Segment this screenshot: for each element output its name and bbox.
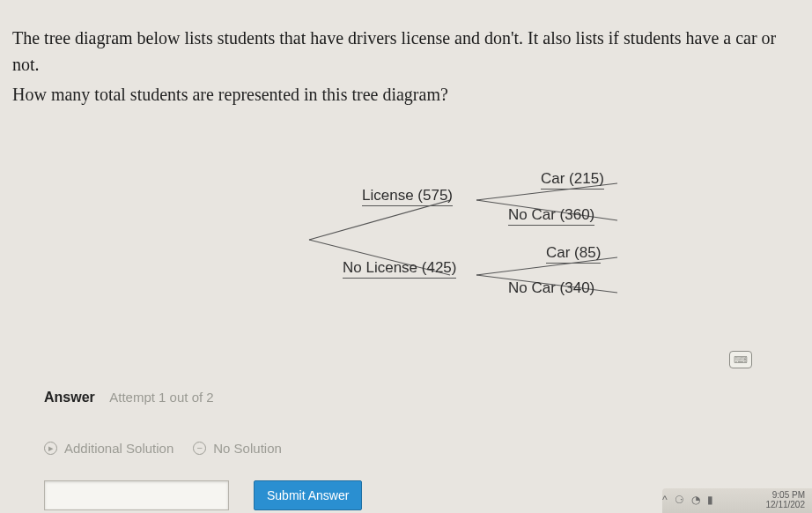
submit-answer-button[interactable]: Submit Answer [254, 480, 362, 510]
sound-icon[interactable]: ◔ [691, 494, 700, 506]
additional-solution-label: Additional Solution [64, 441, 173, 456]
answer-heading-row: Answer Attempt 1 out of 2 [12, 390, 800, 405]
attempt-label: Attempt 1 out of 2 [109, 390, 213, 405]
leaf-license-nocar: No Car (360) [508, 206, 594, 226]
no-solution-button[interactable]: − No Solution [193, 441, 282, 456]
no-solution-label: No Solution [213, 441, 282, 456]
wifi-icon[interactable]: ⚆ [675, 494, 684, 506]
plus-icon: ▸ [44, 442, 57, 455]
tree-diagram: License (575) No License (425) Car (215)… [98, 152, 714, 328]
tray-icons: ^ ⚆ ◔ ▮ [662, 494, 713, 506]
tree-svg [98, 152, 714, 328]
clock[interactable]: 9:05 PM 12/11/202 [766, 490, 806, 509]
minus-icon: − [193, 442, 206, 455]
clock-date: 12/11/202 [766, 500, 806, 509]
chevron-up-icon[interactable]: ^ [662, 494, 668, 506]
keyboard-icon[interactable]: ⌨ [729, 351, 752, 368]
branch-no-license: No License (425) [343, 259, 456, 279]
battery-icon[interactable]: ▮ [707, 494, 713, 506]
leaf-nolicense-nocar: No Car (340) [508, 279, 594, 297]
branch-license: License (575) [362, 187, 453, 206]
question-prompt: How many total students are represented … [12, 81, 800, 108]
clock-time: 9:05 PM [766, 490, 806, 500]
additional-solution-button[interactable]: ▸ Additional Solution [44, 441, 173, 456]
answer-input[interactable] [44, 480, 229, 510]
leaf-license-car: Car (215) [541, 170, 604, 190]
taskbar: ^ ⚆ ◔ ▮ 9:05 PM 12/11/202 [662, 488, 812, 513]
leaf-nolicense-car: Car (85) [546, 244, 601, 264]
question-text: The tree diagram below lists students th… [12, 25, 800, 78]
answer-heading: Answer [44, 390, 95, 405]
